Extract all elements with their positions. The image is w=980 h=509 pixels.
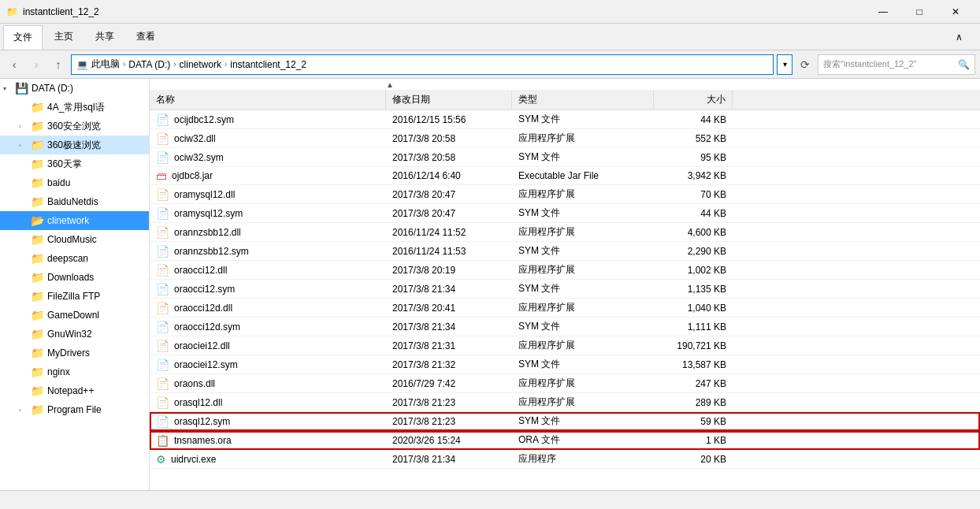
search-box[interactable]: 搜索"instantclient_12_2" 🔍 [818, 54, 975, 75]
forward-button[interactable]: › [27, 55, 46, 74]
file-row[interactable]: 📄ociw32.sym2017/3/8 20:58SYM 文件95 KB [150, 148, 980, 167]
path-icon: 💻 [76, 59, 88, 70]
ribbon-tab-home[interactable]: 主页 [44, 24, 84, 49]
file-size-cell: 1,111 KB [654, 318, 733, 336]
sidebar-item-360safe[interactable]: ›📁360安全浏览 [0, 117, 149, 136]
file-row[interactable]: 📄oramysql12.sym2017/3/8 20:47SYM 文件44 KB [150, 204, 980, 223]
sidebar-folder-icon-4A: 📁 [30, 101, 44, 113]
file-list-container[interactable]: ▲ 名称 修改日期 类型 大小 📄ocijdbc12.sym2016/12/15… [150, 79, 980, 490]
file-date-cell: 2016/11/24 11:52 [386, 223, 512, 241]
path-instantclient[interactable]: instantclient_12_2 [230, 59, 306, 70]
header-type[interactable]: 类型 [512, 90, 654, 110]
sidebar-item-downloads[interactable]: 📁Downloads [0, 268, 149, 287]
header-name[interactable]: 名称 [150, 90, 386, 110]
file-name-cell: 📄oramysql12.sym [150, 204, 386, 222]
up-button[interactable]: ↑ [49, 55, 68, 74]
path-drive[interactable]: DATA (D:) [128, 59, 170, 70]
sidebar-folder-icon-filezilla: 📁 [30, 290, 44, 303]
ribbon-tab-file[interactable]: 文件 [3, 25, 43, 50]
file-row[interactable]: 📄orasql12.sym2017/3/8 21:23SYM 文件59 KB [150, 412, 980, 431]
sidebar-item-notepadpp[interactable]: 📁Notepad++ [0, 381, 149, 400]
file-name-text: orannzsbb12.dll [174, 227, 241, 238]
file-row[interactable]: 📄orannzsbb12.sym2016/11/24 11:53SYM 文件2,… [150, 242, 980, 261]
sidebar-folder-icon-cloudmusic: 📁 [30, 233, 44, 246]
header-date[interactable]: 修改日期 [386, 90, 512, 110]
file-type-cell: SYM 文件 [512, 280, 654, 298]
file-type-cell: SYM 文件 [512, 412, 654, 430]
file-name-text: oraocci12d.sym [174, 321, 240, 333]
sidebar-label-cloudmusic: CloudMusic [47, 234, 97, 245]
refresh-button[interactable]: ⟳ [796, 55, 815, 74]
sidebar-folder-icon-baidu: 📁 [30, 176, 44, 189]
path-computer[interactable]: 此电脑 [91, 58, 120, 71]
close-button[interactable]: ✕ [937, 0, 974, 24]
sidebar-item-baidunet[interactable]: 📁BaiduNetdis [0, 192, 149, 211]
file-type-cell: 应用程序扩展 [512, 374, 654, 392]
sidebar-label-baidunet: BaiduNetdis [47, 196, 98, 207]
sidebar-item-cloudmusic[interactable]: 📁CloudMusic [0, 230, 149, 249]
sidebar-item-4A[interactable]: 📁4A_常用sql语 [0, 98, 149, 117]
sidebar-item-nginx[interactable]: 📁nginx [0, 362, 149, 381]
file-row[interactable]: 📄oramysql12.dll2017/3/8 20:47应用程序扩展70 KB [150, 185, 980, 204]
sidebar-item-programfile[interactable]: ›📁Program File [0, 400, 149, 419]
maximize-button[interactable]: □ [901, 0, 937, 24]
sidebar-item-clinetwork[interactable]: 📂clinetwork [0, 211, 149, 230]
file-row[interactable]: 📄ocijdbc12.sym2016/12/15 15:56SYM 文件44 K… [150, 110, 980, 129]
sidebar-root-item[interactable]: ▾ 💾 DATA (D:) [0, 79, 149, 98]
file-date-cell: 2020/3/26 15:24 [386, 431, 512, 449]
search-icon[interactable]: 🔍 [958, 59, 970, 70]
file-type-icon: 📄 [156, 302, 169, 314]
path-clinetwork[interactable]: clinetwork [180, 59, 221, 70]
back-button[interactable]: ‹ [5, 55, 24, 74]
file-name-cell: 📄orannzsbb12.dll [150, 223, 386, 241]
sidebar-item-gamedownl[interactable]: 📁GameDownl [0, 306, 149, 325]
header-size[interactable]: 大小 [654, 90, 733, 110]
sidebar-item-deepscan[interactable]: 📁deepscan [0, 249, 149, 268]
file-size-cell: 289 KB [654, 393, 733, 411]
address-path[interactable]: 💻 此电脑 › DATA (D:) › clinetwork › instant… [71, 54, 774, 75]
minimize-button[interactable]: — [865, 0, 901, 24]
file-row[interactable]: 📄oraocci12.dll2017/3/8 20:19应用程序扩展1,002 … [150, 261, 980, 280]
sidebar-arrow-360speed: › [19, 142, 27, 149]
file-type-icon: 📄 [156, 188, 169, 201]
file-size-cell: 1 KB [654, 431, 733, 449]
sidebar-item-360sky[interactable]: 📁360天掌 [0, 154, 149, 173]
ribbon-tab-share[interactable]: 共享 [85, 24, 124, 49]
file-name-text: uidrvci.exe [171, 454, 216, 465]
sidebar-folder-icon-360safe: 📁 [30, 120, 44, 132]
file-row[interactable]: 📄oraocci12d.sym2017/3/8 21:34SYM 文件1,111… [150, 318, 980, 336]
sidebar-item-360speed[interactable]: ›📁360极速浏览 [0, 136, 149, 154]
ribbon-tab-view[interactable]: 查看 [126, 24, 165, 49]
file-row[interactable]: 📄ociw32.dll2017/3/8 20:58应用程序扩展552 KB [150, 129, 980, 148]
file-type-cell: SYM 文件 [512, 110, 654, 128]
file-name-text: oramysql12.dll [174, 189, 235, 200]
file-row[interactable]: 🗃ojdbc8.jar2016/12/14 6:40Executable Jar… [150, 167, 980, 185]
sidebar-item-baidu[interactable]: 📁baidu [0, 173, 149, 192]
file-type-cell: 应用程序 [512, 450, 654, 468]
sidebar-label-filezilla: FileZilla FTP [47, 291, 100, 302]
sidebar-item-mydrivers[interactable]: 📁MyDrivers [0, 344, 149, 362]
file-name-text: ociw32.sym [174, 152, 224, 163]
address-dropdown[interactable]: ▾ [777, 54, 793, 75]
main-content: ▾ 💾 DATA (D:) 📁4A_常用sql语›📁360安全浏览›📁360极速… [0, 79, 980, 490]
file-row[interactable]: 📋tnsnames.ora2020/3/26 15:24ORA 文件1 KB [150, 431, 980, 450]
file-row[interactable]: 📄orasql12.dll2017/3/8 21:23应用程序扩展289 KB [150, 393, 980, 412]
sidebar-arrow-360safe: › [19, 123, 27, 130]
file-name-text: orannzsbb12.sym [174, 246, 249, 257]
file-row[interactable]: 📄orannzsbb12.dll2016/11/24 11:52应用程序扩展4,… [150, 223, 980, 242]
file-name-cell: 📋tnsnames.ora [150, 431, 386, 449]
file-row[interactable]: 📄oraociei12.dll2017/3/8 21:31应用程序扩展190,7… [150, 336, 980, 355]
ribbon-collapse-button[interactable]: ∧ [941, 25, 977, 49]
file-row[interactable]: 📄oraocci12.sym2017/3/8 21:34SYM 文件1,135 … [150, 280, 980, 299]
sidebar-label-mydrivers: MyDrivers [47, 347, 90, 359]
sidebar-item-gnuwin32[interactable]: 📁GnuWin32 [0, 325, 149, 344]
file-row[interactable]: 📄oraocci12d.dll2017/3/8 20:41应用程序扩展1,040… [150, 299, 980, 318]
file-name-cell: 📄orasql12.sym [150, 412, 386, 430]
sidebar-item-filezilla[interactable]: 📁FileZilla FTP [0, 287, 149, 306]
file-row[interactable]: 📄oraons.dll2016/7/29 7:42应用程序扩展247 KB [150, 374, 980, 393]
file-row[interactable]: ⚙uidrvci.exe2017/3/8 21:34应用程序20 KB [150, 450, 980, 469]
file-row[interactable]: 📄oraociei12.sym2017/3/8 21:32SYM 文件13,58… [150, 355, 980, 374]
file-type-icon: 📄 [156, 377, 169, 390]
file-date-cell: 2016/12/14 6:40 [386, 167, 512, 184]
file-name-cell: 📄oraocci12.dll [150, 261, 386, 279]
